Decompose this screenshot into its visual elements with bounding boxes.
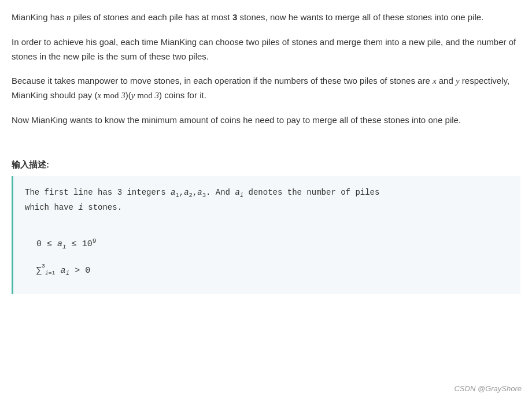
constraint-2: ∑3i=1 ai > 0 — [25, 258, 509, 285]
paragraph-4: Now MianKing wants to know the minimum a… — [12, 113, 520, 128]
code-line-1: The first line has 3 integers a1,a2,a3. … — [25, 185, 509, 201]
math-y: y — [456, 76, 460, 86]
section-title-input: 输入描述: — [12, 159, 520, 170]
math-x: x — [433, 76, 437, 86]
watermark: CSDN @GrayShore — [454, 384, 522, 393]
code-line-2: which have i stones. — [25, 200, 509, 215]
paragraph-2: In order to achieve his goal, each time … — [12, 35, 520, 64]
math-n: n — [66, 13, 71, 22]
paragraph-3: Because it takes manpower to move stones… — [12, 74, 520, 103]
code-block: The first line has 3 integers a1,a2,a3. … — [12, 176, 520, 294]
constraint-1: 0 ≤ ai ≤ 109 — [25, 230, 509, 258]
paragraph-1: MianKing has n piles of stones and each … — [12, 10, 520, 25]
main-content: MianKing has n piles of stones and each … — [0, 0, 532, 317]
